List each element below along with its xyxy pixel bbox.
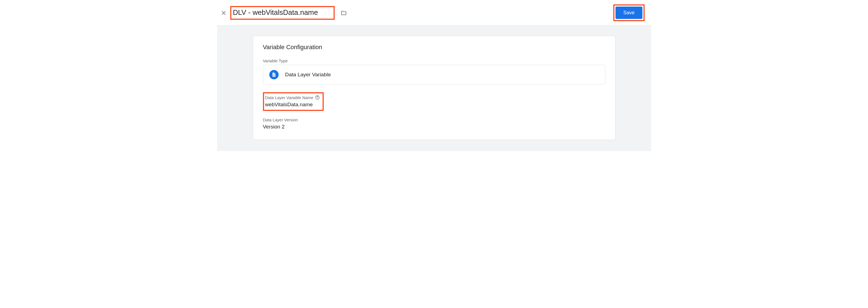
- dlv-name-label-row: Data Layer Variable Name: [265, 95, 320, 100]
- variable-configuration-card: Variable Configuration Variable Type Dat…: [253, 36, 616, 140]
- variable-type-value: Data Layer Variable: [285, 72, 331, 78]
- section-title: Variable Configuration: [263, 44, 605, 51]
- dlv-name-highlight: Data Layer Variable Name webVitalsData.n…: [263, 92, 324, 111]
- variable-type-selector[interactable]: Data Layer Variable: [263, 65, 605, 84]
- editor-header: Save: [217, 0, 651, 26]
- svg-point-3: [317, 98, 317, 99]
- variable-name-highlight: [230, 6, 335, 20]
- save-button-highlight: Save: [613, 4, 644, 21]
- variable-type-label: Variable Type: [263, 59, 605, 63]
- help-icon[interactable]: [315, 95, 320, 100]
- data-layer-variable-icon: [269, 70, 279, 79]
- dlv-version-value: Version 2: [263, 124, 605, 130]
- header-left: [220, 6, 347, 20]
- dlv-version-label: Data Layer Version: [263, 117, 605, 122]
- main-area: Variable Configuration Variable Type Dat…: [217, 26, 651, 151]
- variable-name-input[interactable]: [233, 8, 332, 18]
- close-icon[interactable]: [220, 10, 227, 16]
- dlv-name-value: webVitalsData.name: [265, 102, 320, 108]
- dlv-name-label: Data Layer Variable Name: [265, 95, 313, 100]
- folder-icon[interactable]: [340, 9, 347, 16]
- dlv-version-block: Data Layer Version Version 2: [263, 117, 605, 130]
- save-button[interactable]: Save: [616, 7, 642, 19]
